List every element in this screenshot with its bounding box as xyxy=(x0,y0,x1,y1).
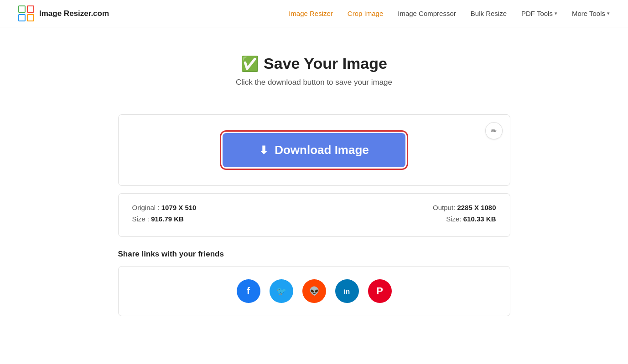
nav-crop-image[interactable]: Crop Image xyxy=(348,10,383,17)
title-section: ✅ Save Your Image xyxy=(118,55,510,72)
output-dims: 2285 X 1080 xyxy=(457,204,496,211)
logo[interactable]: Image Resizer.com xyxy=(18,5,109,22)
stats-output: Output: 2285 X 1080 Size: 610.33 KB xyxy=(314,194,510,236)
nav-pdf-tools-label: PDF Tools xyxy=(521,10,553,17)
stats-card: Original : 1079 X 510 Size : 916.79 KB O… xyxy=(118,193,510,237)
output-size-label: Size: xyxy=(446,215,461,223)
share-twitter-button[interactable]: 🐦 xyxy=(270,279,293,303)
output-label: Output: xyxy=(433,204,455,211)
pencil-icon: ✏ xyxy=(491,127,497,135)
page-subtitle: Click the download button to save your i… xyxy=(118,78,510,87)
svg-rect-1 xyxy=(27,6,34,12)
original-size-line: Size : 916.79 KB xyxy=(132,215,301,223)
share-facebook-button[interactable]: f xyxy=(237,279,260,303)
nav-more-tools-dropdown[interactable]: More Tools ▾ xyxy=(572,10,610,17)
share-linkedin-button[interactable]: in xyxy=(335,279,359,303)
original-size: 916.79 KB xyxy=(151,215,184,223)
check-circle-icon: ✅ xyxy=(241,55,259,72)
chevron-down-icon: ▾ xyxy=(555,10,557,16)
original-size-label: Size : xyxy=(132,215,150,223)
page-title: ✅ Save Your Image xyxy=(241,55,387,72)
share-reddit-button[interactable]: 👽 xyxy=(302,279,326,303)
stats-original: Original : 1079 X 510 Size : 916.79 KB xyxy=(119,194,315,236)
header: Image Resizer.com Image Resizer Crop Ima… xyxy=(0,0,628,27)
download-button[interactable]: ⬇ Download Image xyxy=(223,133,405,167)
download-card: ✏ ⬇ Download Image xyxy=(118,114,510,186)
main-content: ✅ Save Your Image Click the download but… xyxy=(109,27,519,334)
download-icon: ⬇ xyxy=(259,144,268,157)
nav-image-resizer[interactable]: Image Resizer xyxy=(289,10,333,17)
output-size-line: Size: 610.33 KB xyxy=(328,215,496,223)
original-label: Original : xyxy=(132,204,160,211)
main-nav: Image Resizer Crop Image Image Compresso… xyxy=(289,10,610,17)
output-size: 610.33 KB xyxy=(463,215,496,223)
nav-bulk-resize[interactable]: Bulk Resize xyxy=(471,10,507,17)
nav-pdf-tools-dropdown[interactable]: PDF Tools ▾ xyxy=(521,10,557,17)
share-pinterest-button[interactable]: P xyxy=(368,279,392,303)
nav-image-compressor[interactable]: Image Compressor xyxy=(398,10,456,17)
svg-rect-3 xyxy=(27,15,34,21)
svg-rect-0 xyxy=(19,6,25,12)
share-title: Share links with your friends xyxy=(118,250,510,259)
output-dims-line: Output: 2285 X 1080 xyxy=(328,204,496,211)
share-card: f 🐦 👽 in P xyxy=(118,266,510,316)
logo-icon xyxy=(18,5,35,22)
logo-text: Image Resizer.com xyxy=(39,9,109,18)
original-dims: 1079 X 510 xyxy=(161,204,197,211)
chevron-down-icon-2: ▾ xyxy=(607,10,610,16)
original-dims-line: Original : 1079 X 510 xyxy=(132,204,301,211)
nav-more-tools-label: More Tools xyxy=(572,10,605,17)
svg-rect-2 xyxy=(19,15,25,21)
edit-button[interactable]: ✏ xyxy=(485,122,503,139)
